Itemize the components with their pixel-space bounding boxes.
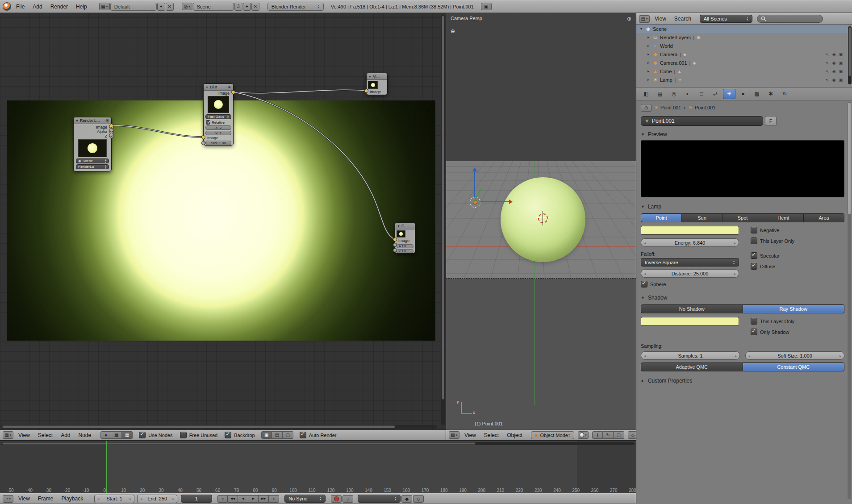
scene-select-field[interactable]: ◉ Scene ▲▼ xyxy=(76,158,109,163)
lamp-type-spot-button[interactable]: Spot xyxy=(723,213,763,222)
restrict-select-icon[interactable]: ↖ xyxy=(826,78,829,82)
display-filter-dropdown[interactable]: All Scenes▲▼ xyxy=(700,15,752,23)
insert-keyframe-button[interactable]: ◆ xyxy=(401,495,412,503)
backdrop-alpha-channel-icon[interactable]: ▢ xyxy=(283,431,293,439)
current-frame-field[interactable]: 1 xyxy=(181,495,212,503)
outliner-row-world[interactable]: ▸◐World xyxy=(636,42,848,50)
play-button[interactable]: ▶ xyxy=(248,495,259,503)
restrict-select-icon[interactable]: ↖ xyxy=(826,69,829,74)
viewport-menu-view[interactable]: View xyxy=(460,431,480,439)
rotate-manipulator-icon[interactable]: ↻ xyxy=(603,431,614,439)
restrict-render-icon[interactable]: ▣ xyxy=(839,78,843,82)
properties-scrollbar[interactable] xyxy=(848,102,851,499)
z-axis-manipulator-icon[interactable] xyxy=(474,171,475,197)
3d-cursor-icon[interactable] xyxy=(538,213,548,223)
viewer-node[interactable]: ▼ Vi... Image xyxy=(366,73,388,95)
samples-slider[interactable]: Samples: 1 xyxy=(641,351,740,360)
collapse-icon[interactable]: ▼ xyxy=(75,119,79,122)
delete-scene-button[interactable]: ✕ xyxy=(251,3,259,11)
shadow-panel-header[interactable]: ▼ Shadow xyxy=(641,295,844,301)
horizontal-scrollbar[interactable] xyxy=(1,425,437,429)
scene-name-field[interactable]: Scene xyxy=(193,3,234,11)
custom-properties-panel-header[interactable]: ► Custom Properties xyxy=(641,378,844,384)
image-input-socket[interactable] xyxy=(364,89,368,93)
node-menu-view[interactable]: View xyxy=(14,431,34,439)
start-frame-field[interactable]: Start: 1 xyxy=(94,495,134,503)
collapse-icon[interactable]: ▼ xyxy=(368,75,372,78)
screen-layout-field[interactable]: Default xyxy=(110,3,157,11)
render-layers-tab-icon[interactable]: ▤ xyxy=(654,89,666,99)
timeline-ruler[interactable]: -50-40-30-20-100102030405060708090100110… xyxy=(0,486,636,493)
vertical-scrollbar[interactable] xyxy=(441,15,445,425)
window-icon[interactable]: ▣ xyxy=(481,3,492,10)
record-button[interactable] xyxy=(331,495,342,503)
falloff-dropdown[interactable]: Inverse Square▲▼ xyxy=(641,258,739,267)
restrict-visibility-icon[interactable]: ◉ xyxy=(832,78,836,82)
shadow-ray-shadow-button[interactable]: Ray Shadow xyxy=(743,304,845,313)
render-layer-select-field[interactable]: RenderLa ▲▼ xyxy=(76,164,109,169)
rl-image-output-socket[interactable] xyxy=(109,124,113,128)
keying-set-dropdown[interactable]: ▲▼ xyxy=(358,495,401,503)
search-field[interactable] xyxy=(757,15,823,23)
editor-type-icon[interactable]: ▦▾ xyxy=(3,431,13,439)
menu-render[interactable]: Render xyxy=(46,3,72,11)
timeline-scrollbar[interactable] xyxy=(1,442,635,445)
sampling-adaptive-qmc-button[interactable]: Adaptive QMC xyxy=(641,362,743,371)
outliner-menu-search[interactable]: Search xyxy=(670,15,695,23)
composite-node[interactable]: ▼ C... Image A 1.0 Z 1.0 xyxy=(395,222,415,254)
expander-icon[interactable]: ▸ xyxy=(646,69,651,73)
outliner-row-camera[interactable]: ▸◆Camera|◆↖◉▣ xyxy=(636,50,848,58)
end-frame-field[interactable]: End: 250 xyxy=(137,495,177,503)
outliner-menu-view[interactable]: View xyxy=(651,15,670,23)
menu-add[interactable]: Add xyxy=(29,3,46,11)
render-engine-dropdown[interactable]: Blender Render▲▼ xyxy=(267,3,324,11)
this-layer-only-checkbox[interactable]: This Layer Only xyxy=(751,237,794,244)
render-layers-node[interactable]: ▼ Render L... ◦▣ ImageAlphaZ ◉ Scene ▲▼ … xyxy=(73,117,112,171)
lamp-type-point-button[interactable]: Point xyxy=(641,213,682,222)
negative-checkbox[interactable]: Negative xyxy=(751,227,794,233)
jump-to-end-button[interactable]: » xyxy=(269,495,279,503)
diffuse-checkbox[interactable]: Diffuse xyxy=(751,263,779,270)
alpha-input-socket[interactable] xyxy=(393,243,397,247)
breadcrumb-object[interactable]: ☀ Point.001 xyxy=(654,105,681,111)
rl-z-output-socket[interactable] xyxy=(109,133,113,137)
fast-forward-button[interactable]: ▶▶ xyxy=(259,495,269,503)
compositing-nodes-icon[interactable]: ▦ xyxy=(122,431,133,439)
restrict-render-icon[interactable]: ▣ xyxy=(839,52,843,57)
lamp-panel-header[interactable]: ▼ Lamp xyxy=(641,204,844,210)
restrict-select-icon[interactable]: ↖ xyxy=(826,61,829,65)
node-menu-select[interactable]: Select xyxy=(34,431,57,439)
blur-y-field[interactable]: Y: 2 xyxy=(205,131,231,135)
outliner-scrollbar[interactable] xyxy=(848,26,852,84)
restrict-select-icon[interactable]: ↖ xyxy=(826,52,829,57)
render-tab-icon[interactable]: ◧ xyxy=(640,89,652,99)
rewind-button[interactable]: ◀◀ xyxy=(228,495,238,503)
translate-manipulator-icon[interactable]: ✛ xyxy=(592,431,603,439)
energy-slider[interactable]: Energy: 6.840 xyxy=(641,238,739,247)
shader-nodes-icon[interactable]: ● xyxy=(100,431,111,439)
sampling-constant-qmc-button[interactable]: Constant QMC xyxy=(743,362,845,371)
filter-type-dropdown[interactable]: Fast Gaus▲▼ xyxy=(205,114,231,119)
fake-user-button[interactable]: F xyxy=(765,116,777,126)
size-field[interactable]: Size 1.00 xyxy=(205,141,231,145)
restrict-visibility-icon[interactable]: ◉ xyxy=(832,61,836,65)
viewport-shading-dropdown[interactable]: ▾ xyxy=(578,431,589,439)
blur-node[interactable]: ▼ Blur ◦▣ Image Fast Gaus▲▼ Relative X: … xyxy=(203,83,234,146)
backdrop-color-channel-icon[interactable]: ▣ xyxy=(261,431,272,439)
material-tab-icon[interactable]: ● xyxy=(737,89,749,99)
lamp-type-hemi-button[interactable]: Hemi xyxy=(763,213,804,222)
soft-size-slider[interactable]: Soft Size: 1.000 xyxy=(745,351,844,360)
breadcrumb-data[interactable]: ☀ Point.001 xyxy=(689,105,715,111)
z-input-field[interactable]: Z 1.0 xyxy=(397,249,413,253)
lamp-type-area-button[interactable]: Area xyxy=(804,213,844,222)
scene-browse-icon[interactable]: ◎▾ xyxy=(182,3,192,10)
add-layout-button[interactable]: + xyxy=(157,3,165,11)
outliner-row-cube[interactable]: ▸▲Cube|▲↖◉▣ xyxy=(636,67,848,75)
outliner-row-camera-001[interactable]: ▸◆Camera.001|◆↖◉▣ xyxy=(636,58,848,67)
backdrop-checkbox[interactable]: Backdrop xyxy=(225,432,255,438)
audio-mute-icon[interactable]: ♪ xyxy=(342,495,353,503)
menu-file[interactable]: File xyxy=(12,3,29,11)
backdrop-color-alpha-channel-icon[interactable]: ▤ xyxy=(272,431,283,439)
alpha-input-field[interactable]: A 1.0 xyxy=(397,244,413,248)
texture-tab-icon[interactable]: ▩ xyxy=(751,89,763,99)
